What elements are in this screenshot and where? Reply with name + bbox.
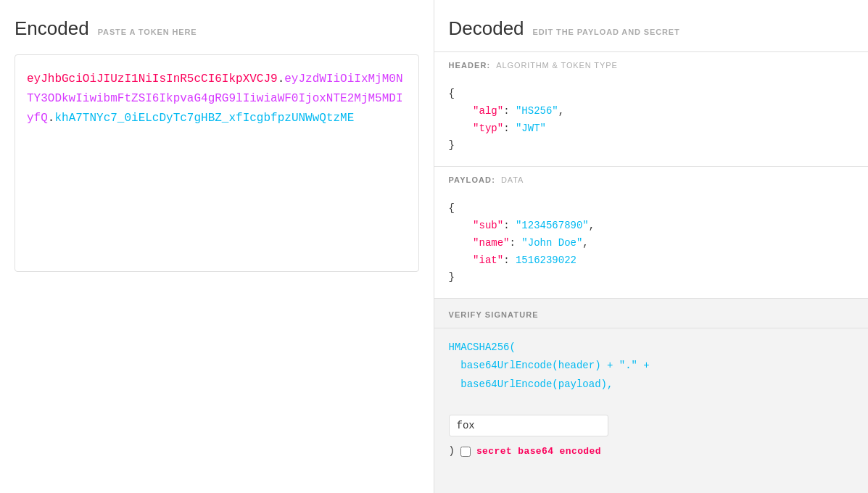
- name-value: "John Doe": [521, 237, 582, 249]
- header-sublabel: ALGORITHM & TOKEN TYPE: [496, 61, 617, 70]
- alg-comma: ,: [558, 105, 564, 117]
- sub-colon: :: [503, 220, 516, 231]
- header-close-brace: }: [449, 139, 455, 151]
- secret-input-row: [449, 394, 854, 436]
- payload-sublabel: DATA: [501, 175, 524, 184]
- encoded-token-box[interactable]: eyJhbGciOiJIUzI1NiIsInR5cCI6IkpXVCJ9.eyJ…: [15, 54, 419, 272]
- decoded-subtitle: EDIT THE PAYLOAD AND SECRET: [533, 28, 680, 36]
- payload-label-row: PAYLOAD: DATA: [434, 167, 869, 191]
- typ-colon: :: [503, 123, 516, 134]
- iat-colon: :: [503, 254, 516, 266]
- header-json-box[interactable]: { "alg": "HS256", "typ": "JWT" }: [434, 77, 869, 166]
- alg-colon: :: [503, 105, 516, 117]
- payload-close-brace: }: [449, 271, 455, 283]
- base64-header: base64UrlEncode(header) + "." +: [460, 360, 649, 371]
- hmac-line: HMACSHA256(: [449, 339, 854, 357]
- encoded-title: Encoded: [15, 17, 89, 40]
- payload-label: PAYLOAD:: [449, 175, 495, 184]
- typ-value: "JWT": [516, 123, 546, 134]
- main-layout: Encoded PASTE A TOKEN HERE eyJhbGciOiJIU…: [0, 0, 868, 493]
- alg-value: "HS256": [516, 105, 558, 117]
- left-panel: Encoded PASTE A TOKEN HERE eyJhbGciOiJIU…: [0, 0, 434, 493]
- verify-content: HMACSHA256( base64UrlEncode(header) + ".…: [434, 328, 869, 471]
- iat-value: 1516239022: [516, 254, 576, 266]
- verify-section: VERIFY SIGNATURE HMACSHA256( base64UrlEn…: [434, 299, 869, 493]
- encoded-subtitle: PASTE A TOKEN HERE: [98, 28, 197, 36]
- header-label: HEADER:: [449, 61, 491, 70]
- header-label-row: HEADER: ALGORITHM & TOKEN TYPE: [434, 52, 869, 77]
- decoded-title: Decoded: [449, 17, 524, 40]
- sub-comma: ,: [589, 220, 595, 231]
- payload-open-brace: {: [449, 202, 455, 214]
- base64-header-line: base64UrlEncode(header) + "." +: [449, 357, 854, 375]
- payload-section: PAYLOAD: DATA { "sub": "1234567890", "na…: [434, 167, 869, 299]
- right-panel: Decoded EDIT THE PAYLOAD AND SECRET HEAD…: [434, 0, 869, 493]
- decoded-header: Decoded EDIT THE PAYLOAD AND SECRET: [434, 0, 869, 52]
- base64-checkbox[interactable]: [460, 447, 471, 457]
- header-section: HEADER: ALGORITHM & TOKEN TYPE { "alg": …: [434, 52, 869, 167]
- verify-label-row: VERIFY SIGNATURE: [434, 299, 869, 328]
- name-key: "name": [473, 237, 509, 249]
- base64-payload-line: base64UrlEncode(payload),: [449, 376, 854, 394]
- iat-key: "iat": [473, 254, 503, 266]
- verify-footer: ) secret base64 encoded: [449, 442, 854, 460]
- base64-payload: base64UrlEncode(payload),: [460, 378, 613, 390]
- secret-input[interactable]: [449, 415, 608, 436]
- name-colon: :: [510, 237, 522, 249]
- checkbox-label: secret base64 encoded: [476, 443, 601, 460]
- token-dot1: .: [278, 72, 285, 86]
- encoded-header: Encoded PASTE A TOKEN HERE: [15, 17, 419, 40]
- verify-label: VERIFY SIGNATURE: [449, 310, 539, 319]
- payload-json-box[interactable]: { "sub": "1234567890", "name": "John Doe…: [434, 191, 869, 298]
- hmac-fn: HMACSHA256(: [449, 341, 516, 353]
- sub-key: "sub": [473, 220, 503, 231]
- sub-value: "1234567890": [516, 220, 589, 231]
- token-dot2: .: [48, 112, 55, 125]
- token-part3: khA7TNYc7_0iELcDyTc7gHBZ_xfIcgbfpzUNWwQt…: [54, 112, 354, 125]
- name-comma: ,: [582, 237, 588, 249]
- typ-key: "typ": [473, 123, 503, 134]
- alg-key: "alg": [473, 105, 503, 117]
- header-open-brace: {: [449, 88, 455, 99]
- close-paren: ): [449, 442, 455, 460]
- token-part1: eyJhbGciOiJIUzI1NiIsInR5cCI6IkpXVCJ9: [27, 72, 278, 86]
